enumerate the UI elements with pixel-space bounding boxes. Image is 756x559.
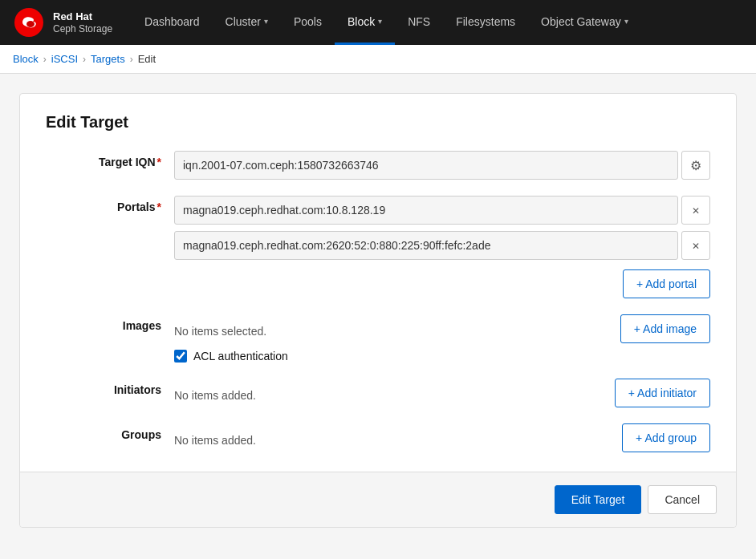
images-no-items: No items selected.	[174, 320, 266, 338]
nav-dashboard-label: Dashboard	[144, 15, 200, 28]
portal1-remove-button[interactable]	[681, 196, 710, 225]
nav-block-label: Block	[348, 15, 375, 28]
breadcrumb-iscsi[interactable]: iSCSI	[51, 53, 78, 65]
breadcrumb-sep-1: ›	[43, 54, 47, 65]
portals-label: Portals*	[46, 196, 174, 213]
nav-item-nfs[interactable]: NFS	[395, 0, 443, 45]
nav-nfs-label: NFS	[408, 15, 430, 28]
portal1-input-group	[174, 196, 710, 225]
groups-row: Groups No items added. + Add group	[46, 423, 710, 452]
close-icon-portal1	[692, 203, 700, 217]
redhat-logo-icon	[13, 6, 45, 38]
nav-filesystems-label: Filesystems	[456, 15, 515, 28]
acl-auth-row: ACL authentication	[174, 350, 710, 363]
card-footer: Edit Target Cancel	[20, 472, 736, 527]
initiators-controls: No items added. + Add initiator	[174, 379, 710, 407]
images-inline-row: No items selected. + Add image	[174, 314, 710, 343]
svg-point-1	[26, 21, 35, 27]
portal2-input-group	[174, 231, 710, 260]
initiators-label: Initiators	[46, 379, 174, 396]
nav-object-gateway-label: Object Gateway	[541, 15, 621, 28]
breadcrumb-current: Edit	[138, 53, 156, 65]
required-star-portals: *	[157, 201, 161, 213]
target-iqn-input[interactable]	[174, 151, 678, 180]
acl-auth-label: ACL authentication	[193, 350, 288, 363]
close-icon-portal2	[692, 238, 700, 253]
add-portal-button[interactable]: + Add portal	[623, 269, 710, 298]
add-initiator-button[interactable]: + Add initiator	[615, 379, 710, 407]
target-iqn-controls	[174, 151, 710, 180]
edit-target-button[interactable]: Edit Target	[555, 485, 642, 514]
cancel-button[interactable]: Cancel	[648, 485, 717, 514]
groups-no-items: No items added.	[174, 429, 256, 447]
edit-target-card: Edit Target Target IQN* Portals*	[19, 93, 737, 528]
target-iqn-label: Target IQN*	[46, 151, 174, 168]
nav-item-dashboard[interactable]: Dashboard	[132, 0, 213, 45]
nav-item-pools[interactable]: Pools	[281, 0, 335, 45]
target-iqn-row: Target IQN*	[46, 151, 710, 180]
portal1-input[interactable]	[174, 196, 678, 225]
brand-logo: Red Hat Ceph Storage	[13, 6, 112, 38]
add-group-button[interactable]: + Add group	[622, 423, 710, 452]
brand-line1: Red Hat	[53, 10, 112, 23]
nav-cluster-label: Cluster	[226, 15, 261, 28]
block-dropdown-icon: ▾	[378, 17, 382, 26]
breadcrumb: Block › iSCSI › Targets › Edit	[0, 45, 756, 74]
nav-item-object-gateway[interactable]: Object Gateway ▾	[528, 0, 641, 45]
portals-controls: + Add portal	[174, 196, 710, 298]
groups-label: Groups	[46, 423, 174, 441]
breadcrumb-targets[interactable]: Targets	[91, 53, 125, 65]
card-title: Edit Target	[46, 113, 710, 132]
breadcrumb-block[interactable]: Block	[13, 53, 39, 65]
main-content: Edit Target Target IQN* Portals*	[0, 74, 756, 547]
initiators-row: Initiators No items added. + Add initiat…	[46, 379, 710, 407]
required-star-iqn: *	[157, 156, 161, 168]
groups-controls: No items added. + Add group	[174, 423, 710, 452]
breadcrumb-sep-2: ›	[83, 54, 86, 65]
brand-line2: Ceph Storage	[53, 23, 112, 34]
cluster-dropdown-icon: ▾	[264, 17, 268, 26]
add-image-button[interactable]: + Add image	[620, 314, 710, 343]
portals-row: Portals* + Add portal	[46, 196, 710, 298]
object-gateway-dropdown-icon: ▾	[624, 17, 628, 26]
portal2-input[interactable]	[174, 231, 678, 260]
breadcrumb-sep-3: ›	[130, 54, 133, 65]
groups-inline-row: No items added. + Add group	[174, 423, 710, 452]
nav-item-filesystems[interactable]: Filesystems	[443, 0, 528, 45]
images-row: Images No items selected. + Add image AC…	[46, 314, 710, 363]
nav-items: Dashboard Cluster ▾ Pools Block ▾ NFS Fi…	[132, 0, 641, 45]
target-iqn-input-group	[174, 151, 710, 180]
nav-item-block[interactable]: Block ▾	[335, 0, 395, 45]
initiators-inline-row: No items added. + Add initiator	[174, 379, 710, 407]
nav-pools-label: Pools	[294, 15, 322, 28]
portal-action-row: + Add portal	[174, 269, 710, 298]
target-iqn-gear-button[interactable]	[681, 151, 710, 180]
navbar: Red Hat Ceph Storage Dashboard Cluster ▾…	[0, 0, 756, 45]
images-controls: No items selected. + Add image ACL authe…	[174, 314, 710, 363]
gear-icon	[690, 158, 701, 173]
images-label: Images	[46, 314, 174, 332]
nav-item-cluster[interactable]: Cluster ▾	[213, 0, 281, 45]
acl-auth-checkbox[interactable]	[174, 350, 187, 363]
initiators-no-items: No items added.	[174, 384, 256, 402]
portal2-remove-button[interactable]	[681, 231, 710, 260]
